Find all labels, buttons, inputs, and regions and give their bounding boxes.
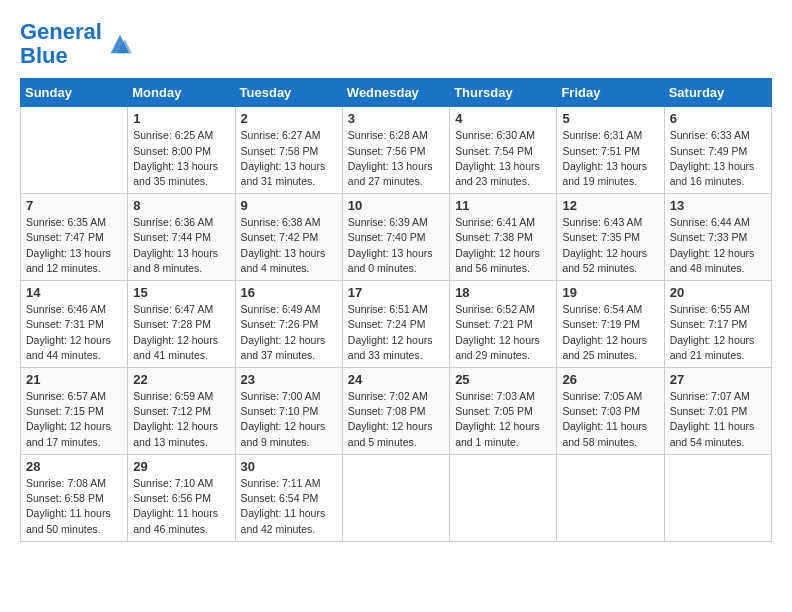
calendar-week-row: 14Sunrise: 6:46 AMSunset: 7:31 PMDayligh…	[21, 281, 772, 368]
calendar-cell: 20Sunrise: 6:55 AMSunset: 7:17 PMDayligh…	[664, 281, 771, 368]
day-header-wednesday: Wednesday	[342, 79, 449, 107]
day-info: Sunrise: 6:38 AMSunset: 7:42 PMDaylight:…	[241, 215, 337, 276]
day-number: 11	[455, 198, 551, 213]
day-header-sunday: Sunday	[21, 79, 128, 107]
calendar-week-row: 28Sunrise: 7:08 AMSunset: 6:58 PMDayligh…	[21, 454, 772, 541]
day-info: Sunrise: 7:10 AMSunset: 6:56 PMDaylight:…	[133, 476, 229, 537]
day-info: Sunrise: 6:25 AMSunset: 8:00 PMDaylight:…	[133, 128, 229, 189]
day-info: Sunrise: 6:39 AMSunset: 7:40 PMDaylight:…	[348, 215, 444, 276]
day-info: Sunrise: 6:57 AMSunset: 7:15 PMDaylight:…	[26, 389, 122, 450]
logo-text: GeneralBlue	[20, 20, 102, 68]
logo: GeneralBlue	[20, 20, 134, 68]
calendar-cell: 3Sunrise: 6:28 AMSunset: 7:56 PMDaylight…	[342, 107, 449, 194]
day-info: Sunrise: 6:55 AMSunset: 7:17 PMDaylight:…	[670, 302, 766, 363]
calendar-cell: 30Sunrise: 7:11 AMSunset: 6:54 PMDayligh…	[235, 454, 342, 541]
calendar-cell: 2Sunrise: 6:27 AMSunset: 7:58 PMDaylight…	[235, 107, 342, 194]
page-header: GeneralBlue	[20, 20, 772, 68]
calendar-cell: 6Sunrise: 6:33 AMSunset: 7:49 PMDaylight…	[664, 107, 771, 194]
day-number: 25	[455, 372, 551, 387]
logo-icon	[106, 30, 134, 58]
calendar-cell: 19Sunrise: 6:54 AMSunset: 7:19 PMDayligh…	[557, 281, 664, 368]
day-number: 3	[348, 111, 444, 126]
day-number: 17	[348, 285, 444, 300]
calendar-cell	[450, 454, 557, 541]
day-header-thursday: Thursday	[450, 79, 557, 107]
day-number: 13	[670, 198, 766, 213]
day-number: 8	[133, 198, 229, 213]
calendar-table: SundayMondayTuesdayWednesdayThursdayFrid…	[20, 78, 772, 541]
day-info: Sunrise: 6:47 AMSunset: 7:28 PMDaylight:…	[133, 302, 229, 363]
day-info: Sunrise: 6:52 AMSunset: 7:21 PMDaylight:…	[455, 302, 551, 363]
day-header-tuesday: Tuesday	[235, 79, 342, 107]
day-number: 19	[562, 285, 658, 300]
calendar-cell: 12Sunrise: 6:43 AMSunset: 7:35 PMDayligh…	[557, 194, 664, 281]
calendar-cell: 26Sunrise: 7:05 AMSunset: 7:03 PMDayligh…	[557, 368, 664, 455]
day-number: 5	[562, 111, 658, 126]
day-info: Sunrise: 7:02 AMSunset: 7:08 PMDaylight:…	[348, 389, 444, 450]
calendar-cell: 28Sunrise: 7:08 AMSunset: 6:58 PMDayligh…	[21, 454, 128, 541]
day-number: 6	[670, 111, 766, 126]
day-info: Sunrise: 7:07 AMSunset: 7:01 PMDaylight:…	[670, 389, 766, 450]
calendar-cell: 4Sunrise: 6:30 AMSunset: 7:54 PMDaylight…	[450, 107, 557, 194]
day-number: 23	[241, 372, 337, 387]
day-header-monday: Monday	[128, 79, 235, 107]
day-number: 16	[241, 285, 337, 300]
day-number: 9	[241, 198, 337, 213]
calendar-cell: 24Sunrise: 7:02 AMSunset: 7:08 PMDayligh…	[342, 368, 449, 455]
calendar-cell	[557, 454, 664, 541]
calendar-cell: 21Sunrise: 6:57 AMSunset: 7:15 PMDayligh…	[21, 368, 128, 455]
day-info: Sunrise: 6:51 AMSunset: 7:24 PMDaylight:…	[348, 302, 444, 363]
calendar-cell	[664, 454, 771, 541]
day-info: Sunrise: 6:36 AMSunset: 7:44 PMDaylight:…	[133, 215, 229, 276]
day-number: 12	[562, 198, 658, 213]
calendar-cell: 14Sunrise: 6:46 AMSunset: 7:31 PMDayligh…	[21, 281, 128, 368]
day-info: Sunrise: 6:46 AMSunset: 7:31 PMDaylight:…	[26, 302, 122, 363]
day-info: Sunrise: 7:00 AMSunset: 7:10 PMDaylight:…	[241, 389, 337, 450]
day-number: 14	[26, 285, 122, 300]
day-header-saturday: Saturday	[664, 79, 771, 107]
calendar-week-row: 7Sunrise: 6:35 AMSunset: 7:47 PMDaylight…	[21, 194, 772, 281]
day-number: 28	[26, 459, 122, 474]
calendar-cell: 23Sunrise: 7:00 AMSunset: 7:10 PMDayligh…	[235, 368, 342, 455]
day-number: 26	[562, 372, 658, 387]
day-number: 4	[455, 111, 551, 126]
day-number: 30	[241, 459, 337, 474]
calendar-cell: 9Sunrise: 6:38 AMSunset: 7:42 PMDaylight…	[235, 194, 342, 281]
day-number: 10	[348, 198, 444, 213]
calendar-cell: 18Sunrise: 6:52 AMSunset: 7:21 PMDayligh…	[450, 281, 557, 368]
day-number: 24	[348, 372, 444, 387]
calendar-cell: 27Sunrise: 7:07 AMSunset: 7:01 PMDayligh…	[664, 368, 771, 455]
day-number: 2	[241, 111, 337, 126]
day-info: Sunrise: 6:35 AMSunset: 7:47 PMDaylight:…	[26, 215, 122, 276]
day-info: Sunrise: 6:44 AMSunset: 7:33 PMDaylight:…	[670, 215, 766, 276]
calendar-cell: 5Sunrise: 6:31 AMSunset: 7:51 PMDaylight…	[557, 107, 664, 194]
calendar-cell: 13Sunrise: 6:44 AMSunset: 7:33 PMDayligh…	[664, 194, 771, 281]
calendar-week-row: 1Sunrise: 6:25 AMSunset: 8:00 PMDaylight…	[21, 107, 772, 194]
day-number: 29	[133, 459, 229, 474]
calendar-header-row: SundayMondayTuesdayWednesdayThursdayFrid…	[21, 79, 772, 107]
calendar-cell: 8Sunrise: 6:36 AMSunset: 7:44 PMDaylight…	[128, 194, 235, 281]
day-number: 18	[455, 285, 551, 300]
day-info: Sunrise: 6:30 AMSunset: 7:54 PMDaylight:…	[455, 128, 551, 189]
day-info: Sunrise: 6:54 AMSunset: 7:19 PMDaylight:…	[562, 302, 658, 363]
day-info: Sunrise: 7:03 AMSunset: 7:05 PMDaylight:…	[455, 389, 551, 450]
calendar-cell: 15Sunrise: 6:47 AMSunset: 7:28 PMDayligh…	[128, 281, 235, 368]
day-info: Sunrise: 6:31 AMSunset: 7:51 PMDaylight:…	[562, 128, 658, 189]
day-info: Sunrise: 6:49 AMSunset: 7:26 PMDaylight:…	[241, 302, 337, 363]
calendar-cell	[21, 107, 128, 194]
day-number: 20	[670, 285, 766, 300]
calendar-cell: 25Sunrise: 7:03 AMSunset: 7:05 PMDayligh…	[450, 368, 557, 455]
day-header-friday: Friday	[557, 79, 664, 107]
day-info: Sunrise: 6:41 AMSunset: 7:38 PMDaylight:…	[455, 215, 551, 276]
calendar-cell: 22Sunrise: 6:59 AMSunset: 7:12 PMDayligh…	[128, 368, 235, 455]
day-number: 15	[133, 285, 229, 300]
day-number: 27	[670, 372, 766, 387]
calendar-week-row: 21Sunrise: 6:57 AMSunset: 7:15 PMDayligh…	[21, 368, 772, 455]
day-info: Sunrise: 7:08 AMSunset: 6:58 PMDaylight:…	[26, 476, 122, 537]
calendar-cell: 1Sunrise: 6:25 AMSunset: 8:00 PMDaylight…	[128, 107, 235, 194]
day-number: 1	[133, 111, 229, 126]
day-info: Sunrise: 6:33 AMSunset: 7:49 PMDaylight:…	[670, 128, 766, 189]
calendar-cell	[342, 454, 449, 541]
day-number: 21	[26, 372, 122, 387]
calendar-cell: 10Sunrise: 6:39 AMSunset: 7:40 PMDayligh…	[342, 194, 449, 281]
